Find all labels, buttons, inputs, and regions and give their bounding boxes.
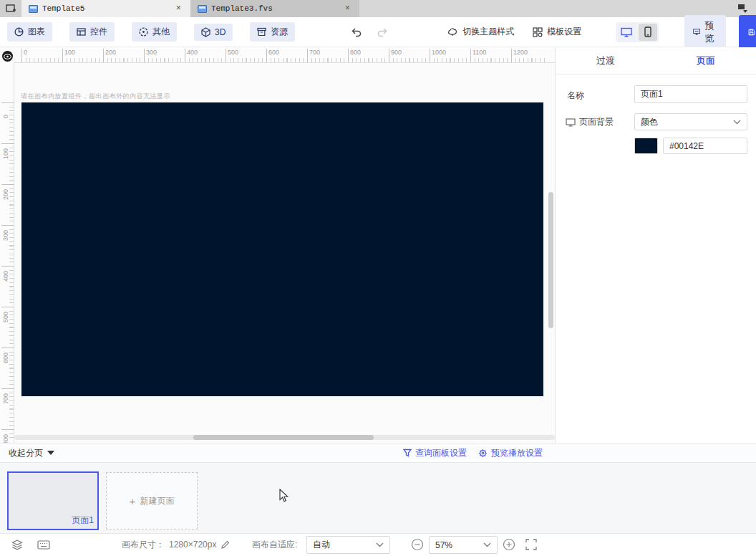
- widget-button[interactable]: 控件: [69, 22, 115, 42]
- widget-button-label: 控件: [90, 26, 107, 38]
- mobile-view-button[interactable]: [639, 24, 657, 41]
- visibility-toggle-button[interactable]: [2, 51, 13, 62]
- ruler-tick-label: 100: [2, 148, 9, 159]
- resource-box-icon: [257, 27, 266, 37]
- canvas-size-item: 画布尺寸： 1280×720px: [122, 534, 230, 555]
- preview-playback-settings-label: 预览播放设置: [491, 447, 543, 459]
- desktop-view-button[interactable]: [617, 24, 636, 41]
- theme-style-icon: [447, 27, 458, 37]
- redo-button[interactable]: [377, 27, 388, 37]
- page-background-label-row: 页面背景: [566, 116, 614, 128]
- gear-icon: [478, 449, 488, 458]
- template-file-icon: [198, 5, 207, 13]
- cursor-arrow-icon: [279, 489, 289, 503]
- background-type-value: 颜色: [641, 116, 658, 128]
- shortcut-keys-button[interactable]: [37, 534, 50, 555]
- mouse-cursor: [279, 489, 289, 503]
- ruler-tick-label: 900: [391, 49, 402, 56]
- page-name-input[interactable]: 页面1: [634, 85, 747, 103]
- new-page-label: 新建页面: [140, 495, 174, 507]
- switch-theme-button[interactable]: 切换主题样式: [447, 26, 514, 38]
- background-color-swatch[interactable]: [634, 138, 658, 154]
- preview-button-label: 预览: [705, 19, 718, 45]
- horizontal-ruler: 0100200300400500600700800900100011001200: [14, 47, 555, 63]
- zoom-level-select[interactable]: 57%: [429, 536, 498, 554]
- eye-icon: [4, 54, 11, 59]
- canvas-adaptive-value: 自动: [313, 539, 330, 551]
- fit-screen-button[interactable]: [525, 534, 537, 555]
- ruler-tick-label: 1100: [472, 49, 486, 56]
- design-canvas[interactable]: [21, 102, 543, 396]
- tab-transition[interactable]: 过渡: [556, 47, 656, 74]
- ruler-tick-label: 1000: [432, 49, 446, 56]
- close-icon[interactable]: ×: [174, 4, 183, 14]
- switch-theme-label: 切换主题样式: [462, 26, 514, 38]
- panel-tabs: 过渡 页面: [556, 47, 756, 75]
- window-tab-template5[interactable]: Template5 ×: [21, 0, 190, 17]
- background-color-hex-input[interactable]: #00142E: [663, 138, 747, 154]
- chart-button[interactable]: 图表: [7, 22, 52, 42]
- widget-icon: [77, 27, 86, 37]
- chevron-down-icon: [733, 120, 741, 125]
- new-template-button[interactable]: [0, 0, 21, 17]
- page-thumbnail-page1[interactable]: 页面1: [7, 471, 99, 530]
- resource-button[interactable]: 资源: [250, 22, 295, 42]
- zoom-in-button[interactable]: [503, 534, 515, 555]
- window-menu-icon[interactable]: [737, 4, 749, 14]
- canvas-scroll-area[interactable]: 请在画布内放置组件，超出画布外的内容无法显示: [14, 63, 555, 443]
- layers-button[interactable]: [11, 534, 23, 555]
- resource-button-label: 资源: [271, 26, 288, 38]
- ruler-tick-label: 1200: [513, 49, 528, 56]
- vertical-scrollbar[interactable]: [548, 192, 553, 328]
- horizontal-scrollbar[interactable]: [193, 435, 374, 440]
- properties-panel: 过渡 页面 名称 页面1 页面背景 颜色 #00142E: [555, 47, 756, 443]
- preview-monitor-icon: [693, 27, 700, 37]
- ruler-tick-label: 0: [24, 49, 27, 56]
- ruler-tick-label: 400: [2, 271, 9, 282]
- tab-page[interactable]: 页面: [656, 47, 756, 74]
- main-toolbar: 图表 控件 其他 3D 资源: [0, 17, 756, 47]
- ruler-tick-label: 300: [2, 230, 9, 241]
- ruler-tick-label: 400: [187, 49, 198, 56]
- name-label: 名称: [567, 90, 584, 102]
- collapse-pages-button[interactable]: 收起分页: [9, 444, 54, 462]
- preview-playback-settings-button[interactable]: 预览播放设置: [478, 444, 543, 462]
- window-tab-template3[interactable]: Template3.fvs ×: [190, 0, 359, 17]
- zoom-level-value: 57%: [435, 540, 452, 550]
- vertical-ruler: 0100200300400500600700800: [0, 63, 14, 443]
- template-settings-icon: [533, 27, 543, 37]
- other-button[interactable]: 其他: [132, 22, 177, 42]
- ruler-tick-label: 0: [2, 115, 9, 118]
- close-icon[interactable]: ×: [343, 4, 352, 14]
- canvas-adaptive-select[interactable]: 自动: [306, 536, 390, 554]
- 3d-button-label: 3D: [215, 27, 226, 37]
- save-button[interactable]: 保存: [739, 15, 756, 49]
- template-settings-button[interactable]: 模板设置: [533, 26, 581, 38]
- status-bar: 画布尺寸： 1280×720px 画布自适应: 自动 57%: [0, 533, 756, 556]
- background-type-select[interactable]: 颜色: [634, 113, 747, 130]
- new-window-icon: [6, 4, 16, 14]
- undo-button[interactable]: [351, 27, 362, 37]
- canvas-adaptive-label: 画布自适应:: [252, 534, 297, 555]
- layers-icon: [11, 540, 23, 550]
- window-tab-bar: Template5 × Template3.fvs ×: [0, 0, 756, 17]
- ruler-tick-label: 100: [64, 49, 75, 56]
- canvas-adaptive-label-text: 画布自适应:: [252, 539, 297, 551]
- edit-pencil-icon[interactable]: [220, 540, 230, 550]
- chevron-down-icon: [376, 542, 384, 547]
- other-button-label: 其他: [152, 26, 170, 38]
- 3d-button[interactable]: 3D: [194, 24, 233, 41]
- ruler-tick-label: 500: [2, 312, 9, 322]
- window-tab-label: Template3.fvs: [211, 4, 273, 13]
- ruler-tick-label: 600: [268, 49, 279, 56]
- ruler-corner: [0, 47, 14, 63]
- query-panel-settings-button[interactable]: 查询面板设置: [403, 444, 467, 462]
- fullscreen-icon: [525, 539, 537, 550]
- caret-down-icon: [47, 451, 54, 455]
- canvas-hint-text: 请在画布内放置组件，超出画布外的内容无法显示: [21, 92, 170, 101]
- zoom-out-button[interactable]: [411, 534, 424, 555]
- preview-button[interactable]: 预览: [684, 15, 726, 49]
- chevron-down-icon: [483, 542, 491, 547]
- new-page-button[interactable]: + 新建页面: [106, 472, 198, 529]
- ruler-tick-label: 200: [105, 49, 116, 56]
